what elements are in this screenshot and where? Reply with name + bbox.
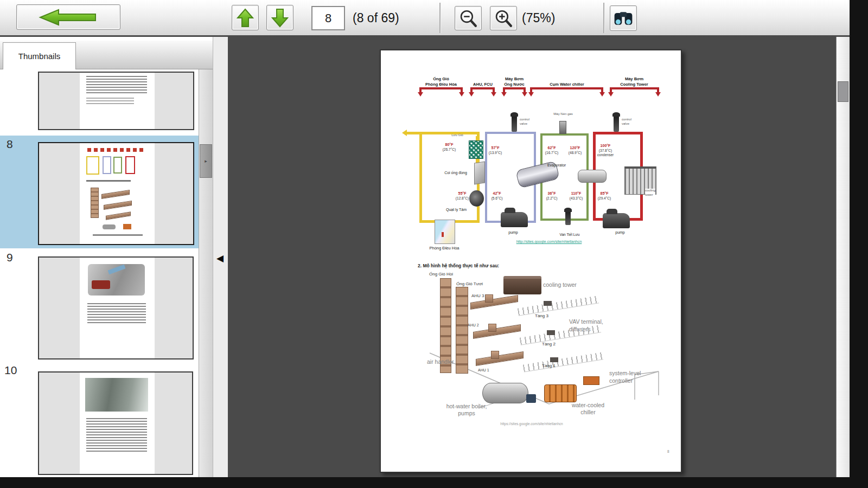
mini-duct bbox=[91, 188, 99, 218]
thumbnail-preview bbox=[80, 73, 155, 129]
duct-elbow bbox=[485, 294, 493, 303]
ahu2-label: AHU 2 bbox=[468, 323, 479, 327]
sidebar-splitter[interactable]: ◀ bbox=[213, 37, 228, 477]
search-button[interactable] bbox=[610, 5, 637, 31]
sidebar-scrollbar[interactable]: ▸ bbox=[199, 69, 213, 477]
boiler-pump-icon bbox=[526, 394, 536, 403]
fresh-duct-icon bbox=[456, 287, 468, 374]
thumbnail-text-lines bbox=[87, 303, 146, 325]
down-arrow-icon bbox=[271, 8, 289, 28]
mini-condenser-loop bbox=[125, 156, 135, 174]
ahu1-label: AHU 1 bbox=[478, 368, 489, 372]
boiler-label: hot-water boiler,pumps bbox=[446, 403, 487, 417]
thumbnail-row-selected[interactable]: 8 bbox=[0, 136, 199, 248]
previous-page-button[interactable] bbox=[232, 5, 259, 30]
mini-brackets bbox=[87, 148, 146, 152]
chiller-label: water-cooledchiller bbox=[572, 402, 604, 416]
mini-air-loop bbox=[86, 156, 99, 175]
tab-thumbnails[interactable]: Thumbnails bbox=[3, 42, 76, 69]
mini-boiler bbox=[103, 224, 116, 229]
isometric-frame-lines bbox=[381, 50, 683, 474]
thumbnails-panel: Thumbnails 8 bbox=[0, 37, 228, 477]
zoom-level-label: (75%) bbox=[522, 11, 555, 25]
next-page-button[interactable] bbox=[266, 5, 293, 30]
back-arrow-icon bbox=[25, 7, 112, 28]
page-number-input[interactable] bbox=[311, 6, 345, 30]
window-bottom-margin bbox=[0, 477, 868, 488]
mini-duct-run bbox=[101, 190, 130, 199]
thumbnail-page-number: 9 bbox=[7, 251, 13, 264]
thumbnail-text-lines bbox=[86, 418, 147, 452]
duct-elbow bbox=[488, 324, 496, 332]
vav-box-icon bbox=[544, 301, 552, 306]
mini-refrigerant-loop bbox=[113, 157, 122, 174]
mini-chiller bbox=[123, 224, 131, 229]
thumbnail-page-number: 10 bbox=[4, 364, 17, 377]
zoom-out-button[interactable] bbox=[455, 6, 482, 30]
thumbnail-preview bbox=[80, 373, 155, 474]
up-arrow-icon bbox=[236, 8, 254, 28]
mini-chilled-loop bbox=[103, 156, 111, 174]
scrollbar-arrow-icon: ▸ bbox=[205, 158, 207, 164]
toolbar-separator bbox=[603, 3, 604, 33]
thumbnail-page-number: 8 bbox=[7, 138, 13, 151]
mini-plant-photo bbox=[85, 378, 148, 412]
thumbnail-page-9[interactable] bbox=[38, 256, 194, 359]
sidebar-scrollbar-thumb[interactable]: ▸ bbox=[200, 144, 212, 178]
mini-text-line bbox=[86, 180, 131, 182]
system-controller-label: system-level controller bbox=[609, 370, 641, 384]
zoom-out-icon bbox=[458, 8, 478, 29]
system-controller-icon bbox=[583, 376, 599, 385]
air-handler-label: air handler bbox=[427, 358, 454, 365]
thumbnail-page-8[interactable] bbox=[38, 142, 194, 245]
vertical-scrollbar[interactable] bbox=[836, 37, 850, 477]
page-footer-number: 8 bbox=[667, 450, 669, 453]
vav-box-icon bbox=[547, 330, 555, 335]
binoculars-icon bbox=[612, 8, 634, 29]
document-page: Ống GióPhòng Điều Hòa AHU, FCU Máy BơmỐn… bbox=[380, 49, 682, 473]
mini-chiller-base bbox=[92, 280, 110, 289]
thumbnail-preview bbox=[80, 258, 155, 358]
vav-box-icon bbox=[550, 357, 558, 362]
zoom-in-button[interactable] bbox=[490, 6, 517, 30]
collapse-sidebar-icon[interactable]: ◀ bbox=[216, 253, 224, 264]
thumbnail-page-7[interactable] bbox=[38, 72, 194, 130]
zoom-in-icon bbox=[493, 8, 514, 29]
toolbar: (8 of 69) (75%) bbox=[0, 0, 850, 37]
toolbar-separator bbox=[439, 3, 441, 33]
pdf-viewer-window: (8 of 69) (75%) bbox=[0, 0, 868, 488]
thumbnail-preview bbox=[80, 143, 155, 244]
thumbnail-text-lines bbox=[86, 76, 147, 94]
cooling-tower-2-icon bbox=[503, 276, 541, 294]
mini-duct-run bbox=[106, 211, 131, 220]
mini-duct-run bbox=[104, 201, 132, 210]
page-count-label: (8 of 69) bbox=[353, 11, 399, 25]
floor3-label: Tầng 3 bbox=[535, 313, 548, 318]
back-button[interactable] bbox=[16, 4, 120, 30]
ahu3-label: AHU 3 bbox=[471, 293, 484, 298]
thumbnail-page-10[interactable] bbox=[38, 371, 193, 475]
sidebar-tabstrip: Thumbnails bbox=[0, 41, 213, 69]
water-cooled-chiller-icon bbox=[544, 384, 577, 402]
window-right-margin bbox=[850, 0, 868, 488]
thumbnail-text-lines bbox=[86, 98, 134, 105]
boiler-icon bbox=[482, 383, 528, 403]
document-canvas[interactable]: Ống GióPhòng Điều Hòa AHU, FCU Máy BơmỐn… bbox=[228, 37, 836, 477]
cooling-tower-2-label: cooling tower bbox=[543, 281, 577, 288]
mini-text-line bbox=[93, 234, 143, 236]
diagram2-link[interactable]: https://sites.google.com/site/nhietlanhc… bbox=[500, 422, 563, 426]
duct-elbow bbox=[491, 351, 499, 359]
vertical-scrollbar-thumb[interactable] bbox=[838, 81, 848, 102]
floor2-label: Tầng 2 bbox=[542, 342, 556, 346]
floor1-label: Tầng 1 bbox=[542, 363, 556, 368]
